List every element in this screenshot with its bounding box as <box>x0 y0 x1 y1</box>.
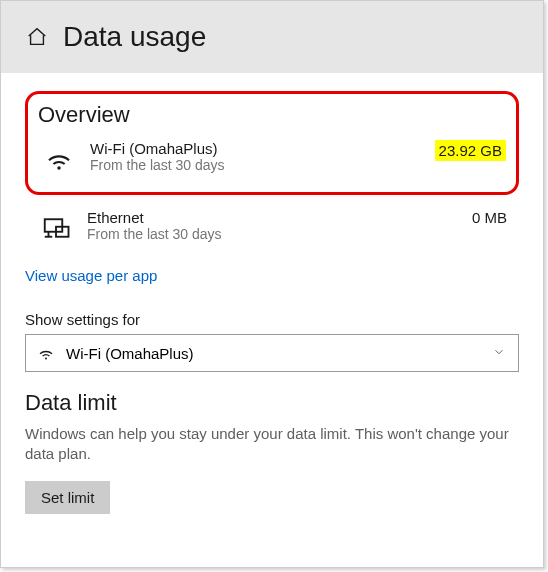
page-header: Data usage <box>1 1 543 73</box>
svg-point-0 <box>57 166 61 170</box>
usage-row-wifi[interactable]: Wi-Fi (OmahaPlus) From the last 30 days … <box>38 136 506 182</box>
usage-name-wifi: Wi-Fi (OmahaPlus) <box>90 140 421 157</box>
content-area: Overview Wi-Fi (OmahaPlus) From the last… <box>1 73 543 538</box>
overview-heading: Overview <box>38 102 506 128</box>
usage-text-wifi: Wi-Fi (OmahaPlus) From the last 30 days <box>90 140 421 173</box>
usage-sub-wifi: From the last 30 days <box>90 157 421 173</box>
dropdown-selected: Wi-Fi (OmahaPlus) <box>66 345 482 362</box>
usage-text-ethernet: Ethernet From the last 30 days <box>87 209 458 242</box>
home-icon[interactable] <box>25 25 49 49</box>
chevron-down-icon <box>492 345 508 361</box>
wifi-icon <box>36 343 56 363</box>
data-limit-heading: Data limit <box>25 390 519 416</box>
view-usage-link[interactable]: View usage per app <box>25 267 157 284</box>
svg-rect-1 <box>45 219 63 232</box>
usage-amount-ethernet: 0 MB <box>472 209 507 226</box>
wifi-icon <box>42 142 76 176</box>
usage-row-ethernet[interactable]: Ethernet From the last 30 days 0 MB <box>25 205 519 251</box>
data-limit-description: Windows can help you stay under your dat… <box>25 424 519 465</box>
settings-window: Data usage Overview Wi-Fi (OmahaPlus) Fr… <box>0 0 544 568</box>
show-settings-label: Show settings for <box>25 311 519 328</box>
page-title: Data usage <box>63 21 206 53</box>
usage-amount-wifi: 23.92 GB <box>435 140 506 161</box>
network-filter-dropdown[interactable]: Wi-Fi (OmahaPlus) <box>25 334 519 372</box>
overview-highlight-box: Overview Wi-Fi (OmahaPlus) From the last… <box>25 91 519 195</box>
ethernet-icon <box>39 211 73 245</box>
svg-point-5 <box>45 357 47 359</box>
set-limit-button[interactable]: Set limit <box>25 481 110 514</box>
usage-name-ethernet: Ethernet <box>87 209 458 226</box>
usage-sub-ethernet: From the last 30 days <box>87 226 458 242</box>
